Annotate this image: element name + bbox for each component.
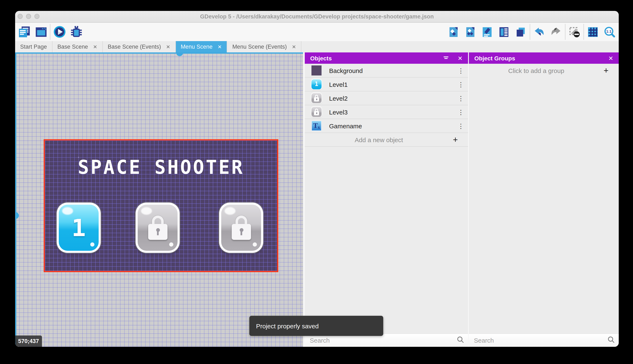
undo-icon[interactable] (533, 25, 546, 38)
objects-panel-title: Objects (310, 55, 442, 62)
object-name: Gamename (329, 122, 457, 129)
plus-icon[interactable]: + (453, 135, 468, 144)
objects-panel-icon[interactable] (447, 25, 460, 38)
close-panel-icon[interactable]: ✕ (458, 55, 463, 62)
horizontal-scrollbar-thumb[interactable] (176, 52, 183, 56)
level2-locked-button[interactable] (136, 202, 180, 253)
objects-search-input[interactable] (309, 336, 457, 344)
title-bar: GDevelop 5 - /Users/dkarakay/Documents/G… (15, 11, 619, 23)
svg-text:1:1: 1:1 (606, 29, 611, 33)
cursor-coordinates: 570;437 (15, 336, 42, 347)
zoom-1-1-icon[interactable]: 1:1 (603, 25, 616, 38)
tab-menu-scene[interactable]: Menu Scene ✕ (176, 41, 227, 52)
object-name: Level3 (329, 108, 457, 116)
layers-icon[interactable] (514, 25, 527, 38)
close-tab-icon[interactable]: ✕ (166, 44, 170, 50)
plus-icon[interactable]: + (604, 66, 619, 75)
vertical-scrollbar[interactable] (15, 52, 16, 347)
vertical-scrollbar-thumb[interactable] (15, 212, 19, 219)
groups-search-input[interactable] (473, 336, 607, 344)
tab-label: Base Scene (Events) (108, 44, 161, 50)
window-title: GDevelop 5 - /Users/dkarakay/Documents/G… (15, 14, 619, 20)
scene-editor-canvas[interactable]: SPACE SHOOTER 1 (15, 52, 303, 347)
properties-icon[interactable] (481, 25, 494, 38)
search-icon[interactable] (457, 336, 464, 345)
scene-title-text[interactable]: SPACE SHOOTER (45, 156, 277, 178)
text-object-thumbnail: Tx (311, 121, 322, 131)
toolbar-separator (530, 24, 530, 40)
toolbar-separator (50, 24, 50, 40)
close-panel-icon[interactable]: ✕ (608, 55, 613, 62)
level1-number: 1 (72, 214, 86, 241)
locked-button-thumbnail (311, 107, 322, 117)
locked-button-thumbnail (311, 93, 322, 103)
object-groups-panel-title: Object Groups (474, 55, 601, 62)
level1-button-thumbnail: 1 (311, 79, 322, 89)
object-name: Level1 (329, 81, 457, 88)
object-menu-icon[interactable]: ⋮ (457, 95, 465, 101)
objects-panel-header: Objects ✕ (305, 52, 468, 64)
save-toast: Project properly saved (249, 316, 383, 336)
object-name: Level2 (329, 94, 457, 102)
tab-label: Menu Scene (181, 44, 213, 50)
object-menu-icon[interactable]: ⋮ (457, 67, 465, 74)
scene-window-icon[interactable] (35, 25, 48, 38)
gdevelop-window: GDevelop 5 - /Users/dkarakay/Documents/G… (15, 11, 619, 347)
object-row-level1[interactable]: 1 Level1 ⋮ (305, 78, 468, 92)
toolbar-separator (565, 24, 565, 40)
object-row-background[interactable]: Background ⋮ (305, 64, 468, 78)
tab-base-scene-events[interactable]: Base Scene (Events) ✕ (103, 41, 176, 52)
tab-label: Base Scene (58, 44, 88, 50)
game-scene-window[interactable]: SPACE SHOOTER 1 (44, 139, 278, 272)
object-menu-icon[interactable]: ⋮ (457, 81, 465, 88)
object-name: Background (329, 67, 457, 74)
close-tab-icon[interactable]: ✕ (93, 44, 97, 50)
tab-label: Start Page (20, 44, 47, 50)
filter-icon[interactable] (442, 55, 450, 61)
object-row-level3[interactable]: Level3 ⋮ (305, 105, 468, 119)
debug-icon[interactable] (70, 25, 83, 38)
object-menu-icon[interactable]: ⋮ (457, 109, 465, 115)
horizontal-scrollbar[interactable] (15, 52, 303, 54)
object-groups-list: Click to add a group + (469, 64, 619, 334)
tab-menu-scene-events[interactable]: Menu Scene (Events) ✕ (227, 41, 301, 52)
object-groups-panel-icon[interactable] (464, 25, 477, 38)
object-row-gamename[interactable]: Tx Gamename ⋮ (305, 119, 468, 133)
groups-search-bar (469, 334, 619, 347)
object-menu-icon[interactable]: ⋮ (457, 123, 465, 129)
minimize-window-icon[interactable] (26, 14, 31, 19)
add-group-button[interactable]: Click to add a group + (469, 64, 619, 77)
tab-bar: Start Page Base Scene ✕ Base Scene (Even… (15, 41, 619, 52)
close-window-icon[interactable] (18, 14, 23, 19)
redo-icon[interactable] (549, 25, 562, 38)
tab-label: Menu Scene (Events) (232, 44, 287, 50)
play-icon[interactable] (53, 25, 66, 38)
object-groups-panel: Object Groups ✕ Click to add a group + (469, 52, 619, 347)
zoom-window-icon[interactable] (35, 14, 40, 19)
add-group-label: Click to add a group (469, 67, 604, 74)
objects-panel: Objects ✕ Background ⋮ 1 Level1 ⋮ (305, 52, 468, 347)
level1-button[interactable]: 1 (57, 202, 101, 253)
instances-list-icon[interactable] (497, 25, 510, 38)
search-icon[interactable] (607, 336, 614, 345)
background-thumbnail (311, 66, 322, 76)
panel-divider[interactable] (303, 52, 305, 347)
toolbar: 1:1 (15, 23, 619, 41)
tab-base-scene[interactable]: Base Scene ✕ (53, 41, 103, 52)
add-new-object-label: Add a new object (305, 136, 453, 143)
object-groups-panel-header: Object Groups ✕ (469, 52, 619, 64)
toast-message: Project properly saved (256, 322, 319, 330)
add-new-object-button[interactable]: Add a new object + (305, 133, 468, 147)
close-tab-icon[interactable]: ✕ (218, 44, 222, 50)
mask-preview-icon[interactable] (568, 25, 581, 38)
project-manager-icon[interactable] (18, 25, 31, 38)
grid-icon[interactable] (586, 25, 599, 38)
close-tab-icon[interactable]: ✕ (292, 44, 296, 50)
lock-icon (148, 216, 167, 240)
tab-start-page[interactable]: Start Page (15, 41, 53, 52)
toolbar-separator (583, 24, 584, 40)
level3-locked-button[interactable] (219, 202, 263, 253)
lock-icon (231, 216, 251, 240)
object-row-level2[interactable]: Level2 ⋮ (305, 92, 468, 105)
objects-list: Background ⋮ 1 Level1 ⋮ Level2 ⋮ (305, 64, 468, 334)
